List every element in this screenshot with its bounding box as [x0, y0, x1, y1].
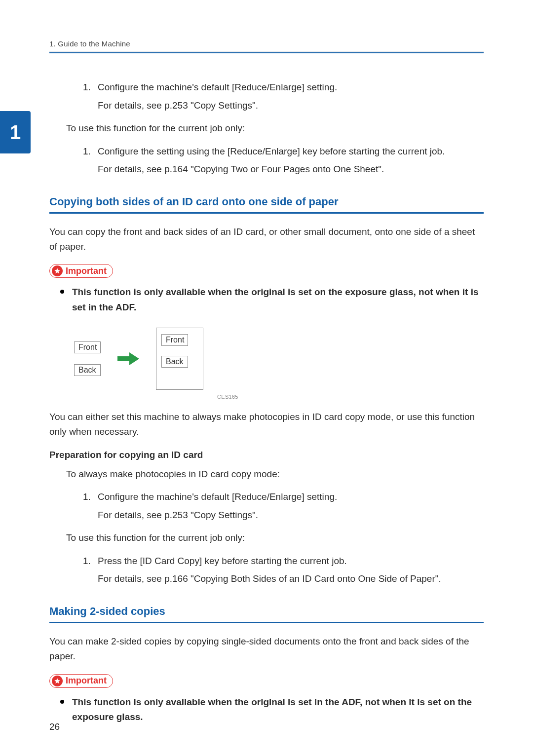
star-icon	[52, 265, 63, 276]
paragraph: You can make 2-sided copies by copying s…	[49, 634, 484, 664]
important-bullet: This function is only available when the…	[60, 695, 484, 725]
list-item: 1.Configure the machine's default [Reduc…	[83, 80, 484, 95]
list-detail: For details, see p.253 "Copy Settings".	[98, 508, 484, 523]
important-badge: Important	[49, 674, 113, 688]
content: 1.Configure the machine's default [Reduc…	[49, 53, 484, 724]
figure-code: CES165	[217, 394, 484, 400]
important-badge: Important	[49, 264, 113, 278]
section-rule	[49, 212, 484, 214]
list-text: Configure the setting using the [Reduce/…	[98, 146, 445, 156]
paragraph: You can copy the front and back sides of…	[49, 225, 484, 255]
list-number: 1.	[83, 80, 98, 95]
card-front: Front	[74, 341, 101, 353]
list-number: 1.	[83, 490, 98, 504]
paragraph: To use this function for the current job…	[66, 121, 484, 136]
card-back: Back	[74, 364, 101, 376]
figure-source: Front Back	[74, 341, 101, 376]
list-detail: For details, see p.164 "Copying Two or F…	[98, 162, 484, 177]
star-icon	[52, 676, 63, 686]
section-heading-id-card: Copying both sides of an ID card onto on…	[49, 195, 484, 208]
list-text: Press the [ID Card Copy] key before star…	[98, 556, 347, 566]
card-front: Front	[161, 334, 188, 346]
list-item: 1.Press the [ID Card Copy] key before st…	[83, 554, 484, 568]
chapter-tab: 1	[0, 111, 31, 153]
svg-marker-1	[117, 352, 139, 365]
important-label: Important	[66, 266, 107, 276]
card-back: Back	[161, 356, 188, 368]
bullet-text: This function is only available when the…	[72, 695, 484, 725]
paragraph: You can either set this machine to alway…	[49, 410, 484, 440]
bullet-text: This function is only available when the…	[72, 285, 484, 315]
svg-marker-2	[54, 678, 60, 683]
chapter-number: 1	[10, 121, 21, 144]
section-rule	[49, 622, 484, 623]
list-text: Configure the machine's default [Reduce/…	[98, 491, 337, 502]
page: 1. Guide to the Machine 1 1.Configure th…	[0, 0, 533, 756]
page-number: 26	[49, 721, 60, 732]
important-bullet: This function is only available when the…	[60, 285, 484, 315]
list-item: 1.Configure the setting using the [Reduc…	[83, 145, 484, 159]
id-card-figure: Front Back Front Back	[74, 328, 484, 390]
subheading-preparation: Preparation for copying an ID card	[49, 450, 484, 460]
running-head: 1. Guide to the Machine	[49, 39, 484, 48]
list-text: Configure the machine's default [Reduce/…	[98, 82, 337, 92]
bullet-icon	[60, 290, 64, 294]
arrow-right-icon	[117, 352, 139, 365]
important-label: Important	[66, 676, 107, 686]
paragraph: To use this function for the current job…	[66, 531, 484, 545]
list-item: 1.Configure the machine's default [Reduc…	[83, 490, 484, 504]
list-detail: For details, see p.253 "Copy Settings".	[98, 99, 484, 113]
list-detail: For details, see p.166 "Copying Both Sid…	[98, 572, 484, 586]
svg-marker-0	[54, 268, 60, 273]
header-rule-thin	[49, 51, 484, 51]
figure-output-sheet: Front Back	[156, 328, 203, 390]
list-number: 1.	[83, 145, 98, 159]
bullet-icon	[60, 700, 64, 704]
section-heading-2sided: Making 2-sided copies	[49, 605, 484, 618]
list-number: 1.	[83, 554, 98, 568]
paragraph: To always make photocopies in ID card co…	[66, 467, 484, 482]
